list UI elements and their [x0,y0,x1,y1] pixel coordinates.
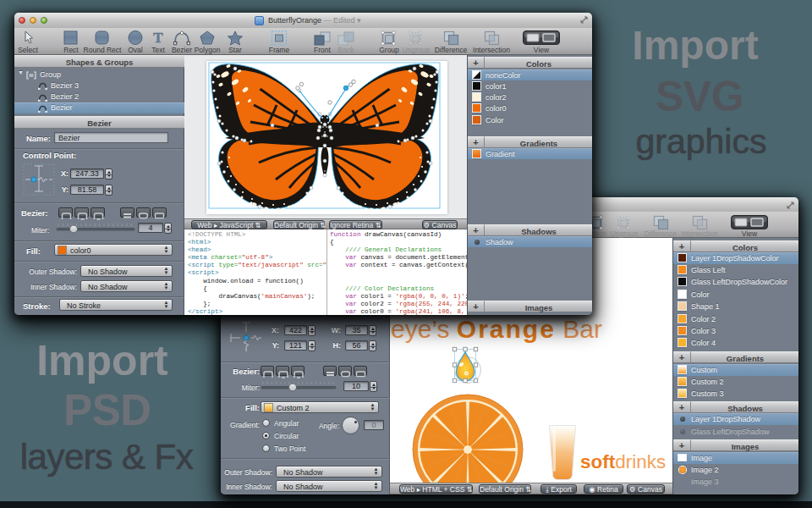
svg-text:T: T [153,30,163,46]
svg-text:softdrinks: softdrinks [580,451,666,472]
